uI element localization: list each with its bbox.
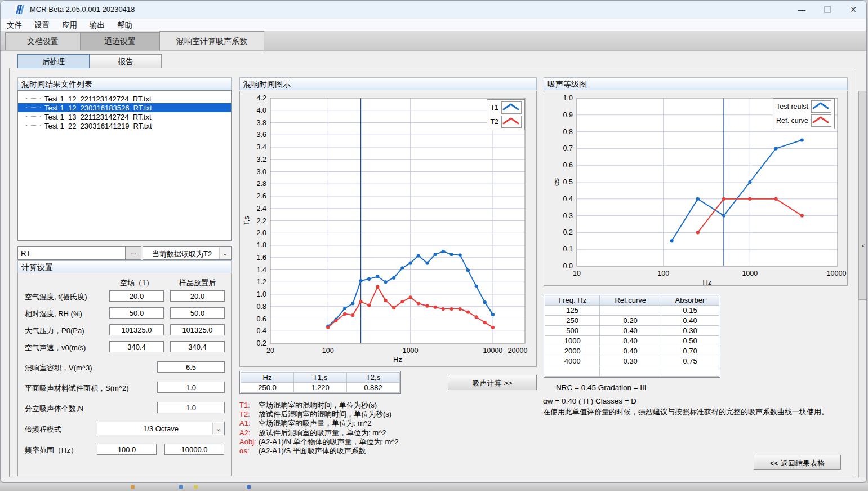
calc-input-empty-room[interactable] xyxy=(109,307,164,319)
list-item[interactable]: Test 1_12_230316183526_RT.txt xyxy=(18,103,231,112)
maximize-button[interactable] xyxy=(814,1,840,19)
column-header: T2,s xyxy=(347,373,400,383)
calc-input-with-sample[interactable] xyxy=(170,324,225,335)
table-cell: 0.30 xyxy=(661,326,719,336)
list-item[interactable]: Test 1_12_221123142724_RT.txt xyxy=(18,94,231,103)
calc-input-field[interactable] xyxy=(157,361,225,373)
chevron-down-icon[interactable]: ⌄ xyxy=(219,247,230,259)
subtab-1[interactable]: 后处理 xyxy=(17,54,90,68)
rt-chart[interactable]: 0.20.40.60.81.01.21.41.61.82.02.22.42.62… xyxy=(240,91,537,368)
note-text: 放试件后混响室的混响时间，单位为秒(s) xyxy=(259,410,391,418)
column-header: Absorber xyxy=(661,295,719,306)
note-key: T2: xyxy=(239,410,256,419)
chevron-down-icon[interactable]: ⌄ xyxy=(212,423,224,434)
table-cell: 0.15 xyxy=(661,306,719,316)
tab-2[interactable]: 通道设置 xyxy=(80,32,160,50)
calc-input-empty-room[interactable] xyxy=(109,341,164,352)
svg-text:3.6: 3.6 xyxy=(257,131,266,139)
menu-item-2[interactable]: 设置 xyxy=(28,19,56,30)
absorption-chart-area[interactable]: 0.00.10.20.30.40.50.60.70.80.91.01010010… xyxy=(544,91,848,286)
menu-item-5[interactable]: 帮助 xyxy=(111,19,139,30)
calc-input-with-sample[interactable] xyxy=(170,307,225,319)
table-cell: 500 xyxy=(545,326,600,336)
absorption-calc-button[interactable]: 吸声计算 >> xyxy=(448,375,537,390)
menu-item-4[interactable]: 输出 xyxy=(83,19,111,30)
app-window: MCR Beta 2.05.0.001 20230418 — ✕ 文件设置应用输… xyxy=(0,0,867,483)
file-name: Test 1_12_221123142724_RT.txt xyxy=(44,95,152,103)
freq-min-input[interactable] xyxy=(97,444,157,455)
list-item[interactable]: Test 1_13_221123142724_RT.txt xyxy=(18,112,231,121)
calc-row: 相对湿度, RH (%) xyxy=(18,307,231,319)
calc-input-empty-room[interactable] xyxy=(109,324,164,335)
table-row: 40000.300.75 xyxy=(545,356,719,366)
rt-chart-area[interactable]: 0.20.40.60.81.01.21.41.61.82.02.22.42.62… xyxy=(239,91,537,367)
freq-max-input[interactable] xyxy=(164,444,224,455)
table-cell: 0.75 xyxy=(661,356,719,366)
svg-text:20000: 20000 xyxy=(508,347,528,355)
list-item[interactable]: Test 1_22_230316141219_RT.txt xyxy=(18,121,231,130)
octave-mode-combobox[interactable]: 1/3 Octave ⌄ xyxy=(97,422,225,435)
combobox-value: 当前数据读取为T2 xyxy=(143,247,212,259)
tab-1[interactable]: 文档设置 xyxy=(5,32,81,50)
freq-range-row: 频率范围（Hz） xyxy=(18,444,231,455)
tree-connector-icon xyxy=(26,116,41,117)
table-cell: 2000 xyxy=(545,346,600,356)
column-header-empty-room: 空场（1） xyxy=(109,278,164,288)
symbol-notes: T1:空场混响室的混响时间，单位为秒(s)T2:放试件后混响室的混响时间，单位为… xyxy=(239,401,425,455)
taskbar-icon xyxy=(179,485,183,489)
close-button[interactable]: ✕ xyxy=(840,1,866,19)
table-cell xyxy=(545,366,600,377)
subtab-2[interactable]: 报告 xyxy=(90,54,162,68)
column-header: Freq. Hz xyxy=(545,295,600,306)
back-to-results-button[interactable]: << 返回结果表格 xyxy=(754,455,841,470)
calc-input-with-sample[interactable] xyxy=(170,290,225,302)
table-cell: 0.30 xyxy=(600,356,661,366)
rt-result-file-list[interactable]: Test 1_12_221123142724_RT.txtTest 1_12_2… xyxy=(17,90,232,241)
svg-text:3.4: 3.4 xyxy=(257,143,266,151)
calc-row: 分立吸声体个数,N xyxy=(18,402,231,413)
aw-result-text: αw = 0.40 ( H ) Classes = D xyxy=(543,397,636,405)
menu-item-1[interactable]: 文件 xyxy=(1,19,28,30)
table-cell xyxy=(600,366,661,377)
table-cell: 1000 xyxy=(545,336,600,346)
svg-text:αs: αs xyxy=(552,178,560,186)
calc-input-with-sample[interactable] xyxy=(170,341,225,352)
taskbar-icon xyxy=(247,485,251,489)
absorption-chart-panel-title: 吸声等级图 xyxy=(544,77,848,90)
tree-connector-icon xyxy=(26,107,41,108)
table-cell: 0.20 xyxy=(600,316,661,326)
tab-3[interactable]: 混响室计算吸声系数 xyxy=(159,31,264,50)
legend-curve-icon xyxy=(811,114,831,127)
calc-input-field[interactable] xyxy=(157,382,225,393)
note-text: (A2-A1)/S 平面吸声体的吸声系数 xyxy=(259,446,366,455)
svg-text:2.0: 2.0 xyxy=(257,229,266,237)
svg-text:1000: 1000 xyxy=(742,269,758,277)
rt-value-table: HzT1,sT2,s250.01.2200.882 xyxy=(241,372,400,393)
table-cell: 125 xyxy=(545,306,600,316)
note-line: αs:(A2-A1)/S 平面吸声体的吸声系数 xyxy=(239,446,425,455)
minimize-button[interactable]: — xyxy=(789,1,814,19)
legend-item: Test reulst xyxy=(776,100,831,113)
data-read-combobox[interactable]: 当前数据读取为T2 ⌄ xyxy=(143,246,232,260)
table-cell: 1.220 xyxy=(294,383,347,393)
collapse-panel-handle[interactable]: < xyxy=(858,91,867,300)
tree-connector-icon xyxy=(26,125,41,126)
calc-row-label: 相对湿度, RH (%) xyxy=(25,309,82,319)
rt-name-input[interactable] xyxy=(17,246,126,260)
table-cell: 0.40 xyxy=(600,326,661,336)
absorption-chart-legend: Test reulstRef. curve xyxy=(773,98,835,129)
calc-row: 平面吸声材料试件面积，S(m^2) xyxy=(18,382,231,393)
calc-row: 空气声速，v0(m/s) xyxy=(18,341,231,352)
calc-input-empty-room[interactable] xyxy=(109,290,164,302)
svg-text:2.4: 2.4 xyxy=(257,205,266,213)
menu-item-3[interactable]: 应用 xyxy=(56,19,83,30)
browse-button[interactable]: ... xyxy=(125,246,141,260)
table-row: 10000.400.50 xyxy=(545,336,719,346)
calc-input-field[interactable] xyxy=(157,402,225,413)
column-header: Ref.curve xyxy=(600,295,661,306)
legend-curve-icon xyxy=(501,116,522,128)
table-row: 20000.400.70 xyxy=(545,346,719,356)
rt-chart-legend: T1T2 xyxy=(487,99,525,130)
maximize-icon xyxy=(824,6,831,13)
table-row: 250.01.2200.882 xyxy=(241,383,400,393)
